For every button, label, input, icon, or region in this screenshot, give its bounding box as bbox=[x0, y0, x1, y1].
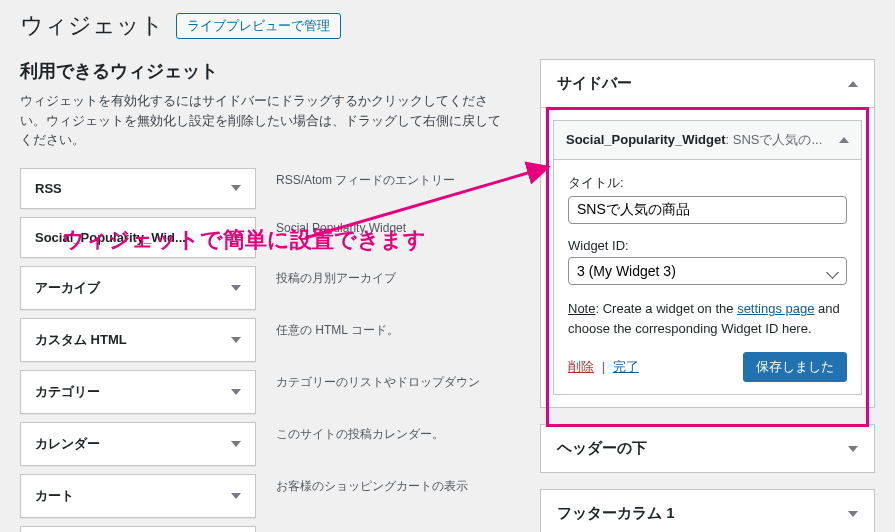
done-link[interactable]: 完了 bbox=[613, 359, 639, 374]
widget-description: カテゴリーのリストやドロップダウン bbox=[274, 370, 510, 414]
widget-label: Social_Popularity_Wid... bbox=[35, 230, 186, 245]
delete-link[interactable]: 削除 bbox=[568, 359, 594, 374]
widget-instance-header[interactable]: Social_Popularity_Widget: SNSで人気の... bbox=[554, 121, 861, 160]
live-preview-button[interactable]: ライブプレビューで管理 bbox=[176, 13, 341, 39]
page-title: ウィジェット bbox=[20, 10, 164, 41]
widget-label: カスタム HTML bbox=[35, 331, 127, 349]
widget-id-select[interactable]: 3 (My Widget 3) bbox=[568, 257, 847, 285]
caret-up-icon bbox=[848, 81, 858, 87]
sidebar-area-header[interactable]: フッターカラム 1 bbox=[541, 490, 874, 532]
caret-down-icon bbox=[231, 234, 241, 240]
available-widgets-column: 利用できるウィジェット ウィジェットを有効化するにはサイドバーにドラッグするかク… bbox=[20, 59, 510, 532]
sidebar-area-header[interactable]: サイドバー bbox=[541, 60, 874, 108]
caret-down-icon bbox=[231, 285, 241, 291]
available-widget[interactable]: カレンダー bbox=[20, 422, 256, 466]
title-label: タイトル: bbox=[568, 174, 847, 192]
widget-description: お客様のショッピングカートの表示 bbox=[274, 474, 510, 518]
sidebar-area-sidebar: サイドバー Social_Popularity_Widget: SNSで人気の.… bbox=[540, 59, 875, 408]
sidebar-area-header[interactable]: ヘッダーの下 bbox=[541, 425, 874, 472]
available-widget[interactable]: カテゴリー bbox=[20, 370, 256, 414]
widget-label: カテゴリー bbox=[35, 383, 100, 401]
widget-label: カート bbox=[35, 487, 74, 505]
available-widgets-help: ウィジェットを有効化するにはサイドバーにドラッグするかクリックしてください。ウィ… bbox=[20, 91, 510, 150]
widget-description: 画像ギャラリーを表示します。 bbox=[274, 526, 510, 533]
available-widget[interactable]: Social_Popularity_Wid... bbox=[20, 217, 256, 258]
title-input[interactable] bbox=[568, 196, 847, 224]
available-widget[interactable]: カート bbox=[20, 474, 256, 518]
save-button[interactable]: 保存しました bbox=[743, 352, 847, 382]
sidebar-area-title: フッターカラム 1 bbox=[557, 504, 675, 523]
widget-description: RSS/Atom フィードのエントリー bbox=[274, 168, 510, 209]
widget-form: タイトル: Widget ID: 3 (My Widget 3) Note: C… bbox=[554, 160, 861, 394]
widget-instance-desc: SNSで人気の... bbox=[733, 132, 823, 147]
separator: | bbox=[598, 359, 609, 374]
widget-description: 任意の HTML コード。 bbox=[274, 318, 510, 362]
caret-down-icon bbox=[231, 337, 241, 343]
available-widgets-heading: 利用できるウィジェット bbox=[20, 59, 510, 83]
settings-page-link[interactable]: settings page bbox=[737, 301, 814, 316]
available-widget[interactable]: カスタム HTML bbox=[20, 318, 256, 362]
sidebar-area-title: サイドバー bbox=[557, 74, 632, 93]
sidebar-area-header-below: ヘッダーの下 bbox=[540, 424, 875, 473]
caret-down-icon bbox=[848, 511, 858, 517]
widget-description: 投稿の月別アーカイブ bbox=[274, 266, 510, 310]
available-widget[interactable]: アーカイブ bbox=[20, 266, 256, 310]
caret-down-icon bbox=[231, 441, 241, 447]
caret-down-icon bbox=[231, 493, 241, 499]
sidebar-areas-column: サイドバー Social_Popularity_Widget: SNSで人気の.… bbox=[540, 59, 875, 532]
widget-instance-name: Social_Popularity_Widget bbox=[566, 132, 726, 147]
widget-label: RSS bbox=[35, 181, 62, 196]
caret-up-icon bbox=[839, 137, 849, 143]
available-widget[interactable]: ギャラリー bbox=[20, 526, 256, 533]
available-widget[interactable]: RSS bbox=[20, 168, 256, 209]
caret-down-icon bbox=[848, 446, 858, 452]
widget-instance: Social_Popularity_Widget: SNSで人気の... タイト… bbox=[553, 120, 862, 395]
widget-description: このサイトの投稿カレンダー。 bbox=[274, 422, 510, 466]
widget-note: Note: Create a widget on the settings pa… bbox=[568, 299, 847, 338]
widget-label: カレンダー bbox=[35, 435, 100, 453]
widget-label: アーカイブ bbox=[35, 279, 100, 297]
caret-down-icon bbox=[231, 185, 241, 191]
sidebar-area-footer-1: フッターカラム 1 bbox=[540, 489, 875, 532]
widget-description: Social Popularity Widget bbox=[274, 217, 510, 258]
sidebar-area-title: ヘッダーの下 bbox=[557, 439, 647, 458]
widget-id-label: Widget ID: bbox=[568, 238, 847, 253]
caret-down-icon bbox=[231, 389, 241, 395]
